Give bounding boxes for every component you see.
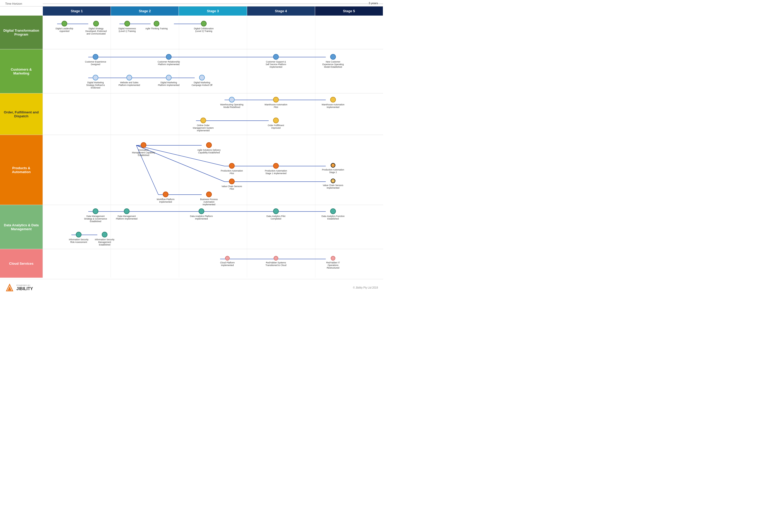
circle-data-mgmt-strategy bbox=[93, 208, 98, 214]
time-years: 3 years bbox=[369, 2, 378, 5]
milestone-new-cx: New Customer Experience Operating Model … bbox=[321, 54, 345, 69]
stages-header: Stage 1 Stage 2 Stage 3 Stage 4 Stage 5 bbox=[43, 6, 383, 16]
label-warehouse-auto-pilot: Warehouse Automation Pilot bbox=[264, 103, 288, 108]
milestone-redyabber-it: RedYabber IT Operations Restructured bbox=[321, 256, 345, 269]
stage-header-2: Stage 2 bbox=[111, 6, 179, 16]
footer-copyright: © Jibility Pty Ltd 2018 bbox=[353, 286, 378, 289]
milestone-workflow: Workflow Platform Implemented bbox=[154, 192, 177, 203]
logo-text-wrapper: POWERED BY JIBILITY bbox=[16, 284, 33, 291]
page-wrapper: Time Horizon 3 years Stage 1 Stage 2 Sta… bbox=[0, 0, 383, 296]
label-value-chain-pilot: Value Chain Sensors Pilot bbox=[220, 185, 243, 190]
label-bpa: Business Process Automation Implemented bbox=[197, 198, 221, 206]
label-agile-solutions: Agile Solutions Delivery Capability Esta… bbox=[197, 149, 221, 154]
label-warehousing: Warehousing Operating Model Redefined bbox=[220, 103, 243, 108]
milestone-value-chain-impl: Value Chain Sensors Implemented bbox=[321, 179, 345, 189]
row-label-customers: Customers & Marketing bbox=[0, 49, 43, 93]
milestone-prod-auto-s2: Production Automation Stage 2 bbox=[321, 163, 345, 174]
circle-data-analytics-platform bbox=[199, 208, 204, 214]
label-redyabber-it: RedYabber IT Operations Restructured bbox=[321, 261, 345, 269]
circle-data-analytics-pilot bbox=[273, 208, 279, 214]
main-grid: Digital Transformation Program Digital L bbox=[0, 16, 383, 278]
time-header: Time Horizon 3 years bbox=[0, 0, 383, 6]
stage-header-4: Stage 4 bbox=[247, 6, 315, 16]
label-customer-support: Customer Support & Self Service Platform… bbox=[264, 60, 288, 69]
label-digital-strategy: Digital Strategy Developed, Endorsed and… bbox=[84, 27, 108, 35]
row-order: Order, Fulfillment and Dispatch Warehous… bbox=[0, 93, 383, 135]
circle-redyabber-it bbox=[331, 256, 335, 261]
circle-dm-strategy bbox=[93, 75, 98, 80]
label-innovation-mgmt: Innovation Management Capability Establi… bbox=[132, 149, 155, 157]
row-content-customers: Customer Experience Designed Customer Re… bbox=[43, 49, 383, 93]
label-data-mgmt-strategy: Data Management Strategy & Governance Es… bbox=[84, 215, 107, 223]
milestone-value-chain-pilot: Value Chain Sensors Pilot bbox=[220, 179, 243, 190]
label-cloud-platform: Cloud Platform Implemented bbox=[216, 261, 239, 267]
circle-crm bbox=[166, 54, 172, 60]
label-website-sales: Website and Sales Platform Implemented bbox=[118, 81, 141, 86]
milestone-cloud-platform: Cloud Platform Implemented bbox=[216, 256, 239, 267]
milestone-customer-support: Customer Support & Self Service Platform… bbox=[264, 54, 288, 69]
circle-website-sales bbox=[126, 75, 132, 80]
label-data-analytics-function: Data Analytics Function Established bbox=[321, 215, 345, 220]
label-digital-collab: Digital Collaboration (Level 2) Training bbox=[192, 27, 215, 32]
milestone-dm-campaign: Digital Marketing Campaign Kicked Off bbox=[190, 75, 214, 86]
circle-data-analytics-function bbox=[330, 208, 336, 214]
stage-header-3: Stage 3 bbox=[179, 6, 247, 16]
footer: POWERED BY JIBILITY © Jibility Pty Ltd 2… bbox=[0, 279, 383, 296]
label-workflow: Workflow Platform Implemented bbox=[154, 198, 177, 203]
row-label-order: Order, Fulfillment and Dispatch bbox=[0, 93, 43, 135]
circle-prod-auto-pilot bbox=[229, 163, 235, 169]
circle-workflow bbox=[163, 192, 168, 197]
label-online-order: Online Order Management System Implement… bbox=[192, 124, 215, 132]
label-digital-leadership: Digital Leadership Appointed bbox=[53, 27, 76, 32]
milestone-dm-strategy: Digital Marketing Strategy Defined & End… bbox=[84, 75, 107, 89]
label-cx-designed: Customer Experience Designed bbox=[84, 60, 107, 66]
row-label-cloud: Cloud Services bbox=[0, 249, 43, 278]
row-customers: Customers & Marketing bbox=[0, 49, 383, 93]
circle-digital-collab bbox=[201, 21, 207, 26]
milestone-innovation-mgmt: Innovation Management Capability Establi… bbox=[132, 142, 155, 157]
circle-prod-auto-s1 bbox=[273, 163, 279, 169]
label-redyabber-cloud: RedYabber Systems Transitioned to Cloud bbox=[264, 261, 288, 267]
label-order-fulfillment: Order Fulfillment Improved bbox=[264, 124, 288, 129]
label-prod-auto-s2: Production Automation Stage 2 bbox=[321, 168, 345, 174]
row-content-digital: Digital Leadership Appointed Digital Str… bbox=[43, 16, 383, 49]
label-data-analytics-pilot: Data Analytics Pilot Completed bbox=[264, 215, 288, 220]
circle-warehouse-auto-pilot bbox=[273, 97, 279, 103]
milestone-order-fulfillment: Order Fulfillment Improved bbox=[264, 118, 288, 129]
circle-order-fulfillment bbox=[273, 118, 279, 123]
circle-info-sec-mgmt bbox=[102, 232, 107, 237]
milestone-warehouse-auto-pilot: Warehouse Automation Pilot bbox=[264, 97, 288, 108]
brand-text: JIBILITY bbox=[16, 287, 33, 291]
row-products: Products & Automation bbox=[0, 135, 383, 205]
circle-agile-thinking bbox=[154, 21, 159, 26]
circle-warehouse-auto-impl bbox=[330, 97, 336, 103]
milestone-data-analytics-pilot: Data Analytics Pilot Completed bbox=[264, 208, 288, 220]
label-info-sec-risk: Information Security Risk Assessment bbox=[67, 238, 90, 243]
milestone-warehouse-auto-impl: Warehouse Automation Implemented bbox=[321, 97, 345, 108]
stage-header-5: Stage 5 bbox=[315, 6, 383, 16]
row-content-data: Data Management Strategy & Governance Es… bbox=[43, 205, 383, 249]
milestone-digital-leadership: Digital Leadership Appointed bbox=[53, 21, 76, 32]
milestone-prod-auto-s1: Production Automation Stage 1 Implemente… bbox=[264, 163, 288, 175]
milestone-redyabber-cloud: RedYabber Systems Transitioned to Cloud bbox=[264, 256, 288, 267]
circle-online-order bbox=[200, 118, 206, 123]
milestone-website-sales: Website and Sales Platform Implemented bbox=[118, 75, 141, 86]
milestone-bpa: Business Process Automation Implemented bbox=[197, 192, 221, 206]
row-cloud: Cloud Services Cloud Platform Implemente… bbox=[0, 249, 383, 278]
circle-dm-campaign bbox=[199, 75, 205, 80]
label-prod-auto-pilot: Production Automation Pilot bbox=[220, 169, 243, 175]
circle-warehousing bbox=[229, 97, 235, 103]
milestone-digital-awareness: Digital Awareness (Level 1) Training bbox=[116, 21, 139, 32]
label-digital-awareness: Digital Awareness (Level 1) Training bbox=[116, 27, 139, 32]
circle-cx-designed bbox=[93, 54, 98, 60]
milestone-digital-strategy: Digital Strategy Developed, Endorsed and… bbox=[84, 21, 108, 35]
row-digital: Digital Transformation Program Digital L bbox=[0, 16, 383, 49]
row-label-data: Data Analytics & Data Management bbox=[0, 205, 43, 249]
stage-header-1: Stage 1 bbox=[43, 6, 111, 16]
time-line bbox=[43, 4, 383, 4]
label-agile-thinking: Agile Thinking Training bbox=[145, 27, 168, 30]
milestone-digital-collab: Digital Collaboration (Level 2) Training bbox=[192, 21, 215, 32]
label-dm-strategy: Digital Marketing Strategy Defined & End… bbox=[84, 81, 107, 89]
label-value-chain-impl: Value Chain Sensors Implemented bbox=[321, 184, 345, 189]
milestone-data-analytics-function: Data Analytics Function Established bbox=[321, 208, 345, 220]
